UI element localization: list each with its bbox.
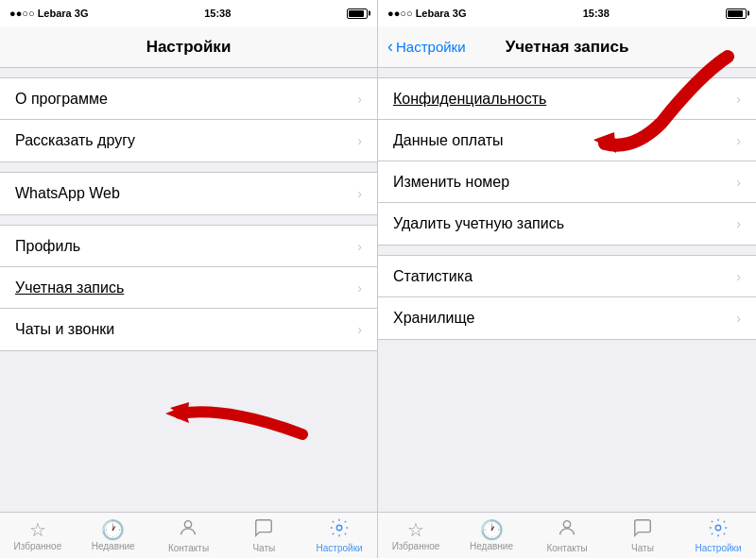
- time-right: 15:38: [583, 8, 610, 19]
- settings-item-privacy[interactable]: Конфиденциальность ›: [378, 78, 756, 120]
- signal-left: ●●○○ Lebara 3G: [9, 8, 88, 19]
- nav-bar-left: Настройки: [0, 26, 377, 68]
- settings-item-tell[interactable]: Рассказать другу ›: [0, 120, 377, 161]
- star-icon: ☆: [29, 520, 46, 539]
- tab-recent-right[interactable]: 🕐 Недавние: [454, 513, 529, 558]
- svg-point-4: [715, 525, 721, 531]
- settings-item-storage[interactable]: Хранилище ›: [378, 297, 756, 339]
- left-panel: ●●○○ Lebara 3G 15:38 Настройки О програм…: [0, 0, 378, 558]
- chevron-icon: ›: [736, 133, 741, 148]
- settings-list-left: О программе › Рассказать другу › WhatsAp…: [0, 68, 377, 512]
- tab-chats-left[interactable]: Чаты: [226, 513, 301, 558]
- chevron-icon: ›: [357, 322, 362, 337]
- tab-recent-left[interactable]: 🕐 Недавние: [76, 513, 151, 558]
- chevron-icon: ›: [736, 92, 741, 107]
- star-icon: ☆: [407, 520, 424, 539]
- settings-list-right: Конфиденциальность › Данные оплаты › Изм…: [378, 68, 756, 512]
- status-bar-right: ●●○○ Lebara 3G 15:38: [378, 0, 756, 26]
- chevron-icon: ›: [357, 280, 362, 296]
- chevron-icon: ›: [357, 133, 362, 148]
- tab-contacts-left[interactable]: Контакты: [151, 513, 227, 558]
- settings-group-account: Профиль › Учетная запись › Чаты и звонки…: [0, 225, 377, 351]
- clock-icon: 🕐: [480, 520, 504, 539]
- battery-right: [726, 8, 747, 19]
- person-icon: [178, 517, 198, 541]
- signal-right: ●●○○ Lebara 3G: [387, 8, 466, 19]
- chevron-icon: ›: [736, 311, 741, 326]
- svg-point-1: [336, 525, 342, 531]
- person-icon: [557, 517, 577, 541]
- battery-left: [347, 8, 368, 19]
- right-panel: ●●○○ Lebara 3G 15:38 ‹ Настройки Учетная…: [378, 0, 756, 558]
- settings-item-change-number[interactable]: Изменить номер ›: [378, 161, 756, 203]
- gear-icon: [329, 517, 350, 541]
- tab-contacts-right[interactable]: Контакты: [529, 513, 605, 558]
- chevron-icon: ›: [736, 175, 741, 190]
- tab-settings-left[interactable]: Настройки: [301, 513, 377, 558]
- settings-item-account[interactable]: Учетная запись ›: [0, 267, 377, 309]
- settings-group-privacy: Конфиденциальность › Данные оплаты › Изм…: [378, 77, 756, 245]
- chevron-icon: ›: [357, 92, 362, 107]
- status-bar-left: ●●○○ Lebara 3G 15:38: [0, 0, 377, 26]
- settings-group-top: О программе › Рассказать другу ›: [0, 77, 377, 162]
- chevron-left-icon: ‹: [387, 37, 393, 57]
- settings-item-about[interactable]: О программе ›: [0, 78, 377, 120]
- settings-item-delete-account[interactable]: Удалить учетную запись ›: [378, 203, 756, 245]
- tab-favorites-left[interactable]: ☆ Избранное: [0, 513, 76, 558]
- tab-bar-right: ☆ Избранное 🕐 Недавние Контакты: [378, 512, 756, 558]
- settings-item-profile[interactable]: Профиль ›: [0, 226, 377, 267]
- tab-bar-left: ☆ Избранное 🕐 Недавние Контакты: [0, 512, 377, 558]
- chat-icon: [253, 517, 274, 541]
- back-label: Настройки: [396, 39, 466, 55]
- nav-title-right: Учетная запись: [506, 38, 629, 57]
- settings-item-stats[interactable]: Статистика ›: [378, 256, 756, 297]
- settings-item-chats[interactable]: Чаты и звонки ›: [0, 309, 377, 350]
- chat-icon: [632, 517, 653, 541]
- tab-settings-right[interactable]: Настройки: [680, 513, 756, 558]
- settings-group-whatsapp: WhatsApp Web ›: [0, 172, 377, 215]
- tab-favorites-right[interactable]: ☆ Избранное: [378, 513, 454, 558]
- settings-item-payment[interactable]: Данные оплаты ›: [378, 120, 756, 161]
- svg-point-3: [563, 521, 570, 528]
- gear-icon: [708, 517, 729, 541]
- back-button[interactable]: ‹ Настройки: [387, 37, 466, 57]
- time-left: 15:38: [204, 8, 231, 19]
- svg-point-0: [185, 521, 192, 528]
- chevron-icon: ›: [736, 269, 741, 284]
- nav-title-left: Настройки: [146, 38, 232, 57]
- chevron-icon: ›: [357, 239, 362, 254]
- chevron-icon: ›: [357, 186, 362, 201]
- tab-chats-right[interactable]: Чаты: [605, 513, 680, 558]
- nav-bar-right: ‹ Настройки Учетная запись: [378, 26, 756, 68]
- clock-icon: 🕐: [101, 520, 125, 539]
- settings-group-storage: Статистика › Хранилище ›: [378, 255, 756, 340]
- chevron-icon: ›: [736, 216, 741, 231]
- settings-item-whatsapp-web[interactable]: WhatsApp Web ›: [0, 173, 377, 214]
